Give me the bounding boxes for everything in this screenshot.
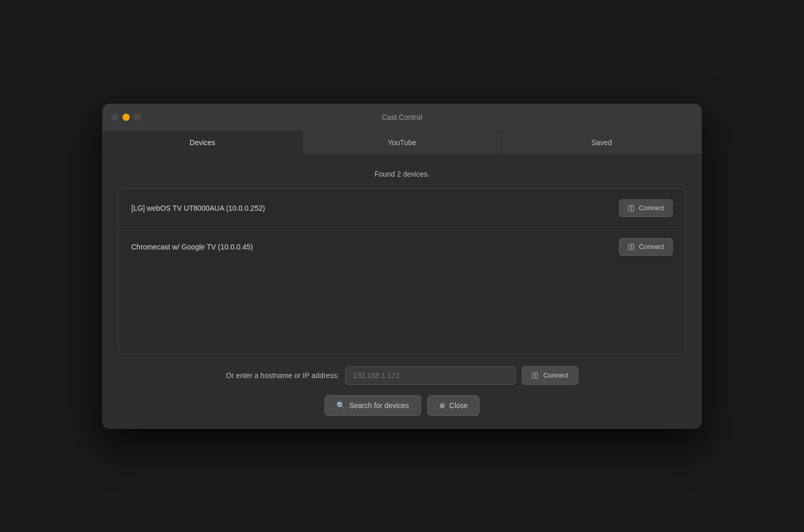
connect-button-chromecast[interactable]: ⚿ Connect [619,238,673,256]
tab-youtube[interactable]: YouTube [302,131,502,154]
hostname-row: Or enter a hostname or IP address: ⚿ Con… [118,366,686,385]
close-button[interactable] [111,114,118,121]
titlebar: Cast Control [103,104,701,131]
bottom-actions: 🔍 Search for devices ⊗ Close [118,395,686,416]
hostname-label: Or enter a hostname or IP address: [226,371,339,380]
connect-label: Connect [639,204,664,212]
minimize-button[interactable] [122,114,130,121]
device-name: [LG] webOS TV UT8000AUA (10.0.0.252) [131,204,265,212]
connect-button-lg[interactable]: ⚿ Connect [619,199,673,217]
tab-saved[interactable]: Saved [502,131,701,154]
cast-icon: ⚿ [628,204,635,212]
cast-icon: ⚿ [532,371,539,380]
search-icon: 🔍 [336,401,345,410]
search-button-label: Search for devices [349,401,409,410]
close-button-action[interactable]: ⊗ Close [427,395,480,416]
titlebar-buttons [111,114,141,121]
app-window: Cast Control Devices YouTube Saved Found… [102,104,702,429]
found-devices-text: Found 2 devices. [118,170,686,178]
connect-label: Connect [639,243,664,251]
device-name: Chromecast w/ Google TV (10.0.0.45) [131,243,253,251]
close-button-label: Close [450,401,468,410]
main-content: Found 2 devices. [LG] webOS TV UT8000AUA… [103,154,701,428]
table-row: [LG] webOS TV UT8000AUA (10.0.0.252) ⚿ C… [119,189,685,228]
maximize-button[interactable] [134,114,141,121]
table-row: Chromecast w/ Google TV (10.0.0.45) ⚿ Co… [119,228,685,266]
hostname-input[interactable] [345,366,516,385]
search-devices-button[interactable]: 🔍 Search for devices [324,395,421,416]
tab-bar: Devices YouTube Saved [103,131,701,154]
hostname-connect-button[interactable]: ⚿ Connect [522,366,578,385]
window-title: Cast Control [382,113,422,121]
tab-devices[interactable]: Devices [103,131,302,154]
close-circle-icon: ⊗ [439,401,445,410]
hostname-connect-label: Connect [543,371,568,379]
devices-list: [LG] webOS TV UT8000AUA (10.0.0.252) ⚿ C… [118,189,686,354]
cast-icon: ⚿ [628,243,635,251]
